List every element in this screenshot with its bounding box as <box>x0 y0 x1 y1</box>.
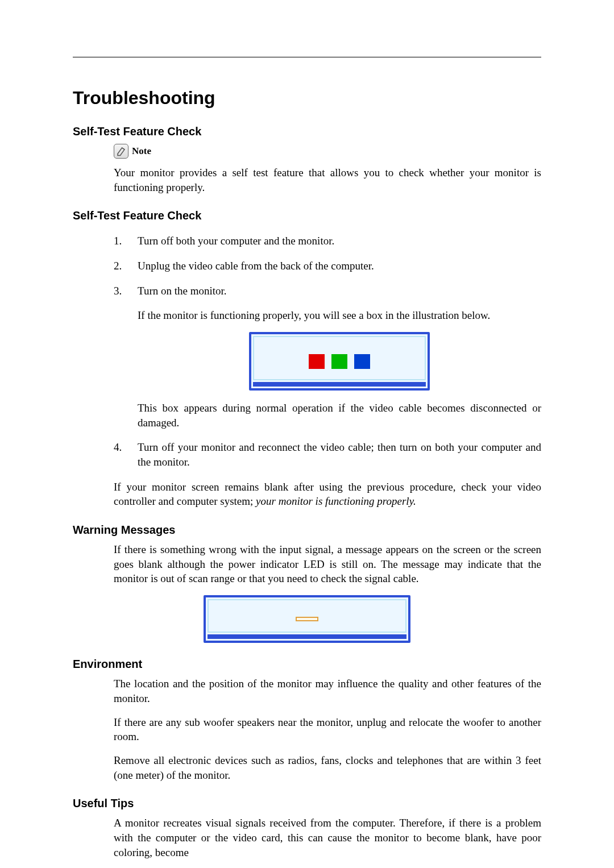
rgb-squares <box>259 354 420 369</box>
note-label: Note <box>132 145 151 158</box>
closing-italic: your monitor is functioning properly. <box>256 495 416 507</box>
step-3: Turn on the monitor. If the monitor is f… <box>114 284 541 430</box>
step-text: Turn on the monitor. <box>138 285 227 297</box>
step-after-text: This box appears during normal operation… <box>138 401 541 430</box>
blue-square <box>354 354 370 369</box>
tips-p1: A monitor recreates visual signals recei… <box>114 816 541 859</box>
warning-body: If there is something wrong with the inp… <box>114 542 541 586</box>
section-heading-useful-tips: Useful Tips <box>73 796 541 811</box>
step-4: Turn off your monitor and reconnect the … <box>114 440 541 469</box>
section-heading-self-test-1: Self-Test Feature Check <box>73 124 541 139</box>
env-p3: Remove all electronic devices such as ra… <box>114 753 541 782</box>
env-p1: The location and the position of the mon… <box>114 676 541 705</box>
top-divider <box>73 57 541 57</box>
osd-bottom-label <box>253 382 426 387</box>
step-text: Unplug the video cable from the back of … <box>138 260 374 272</box>
red-square <box>309 354 325 369</box>
step-text: Turn off your monitor and reconnect the … <box>138 441 541 468</box>
page-title: Troubleshooting <box>73 86 541 110</box>
note-body: Your monitor provides a self test featur… <box>114 165 541 194</box>
note-icon <box>114 144 128 159</box>
section-heading-environment: Environment <box>73 657 541 672</box>
section-heading-warning: Warning Messages <box>73 522 541 538</box>
osd2-bottom-label <box>208 634 406 639</box>
step-2: Unplug the video cable from the back of … <box>114 259 541 273</box>
env-p2: If there are any sub woofer speakers nea… <box>114 715 541 744</box>
step-1: Turn off both your computer and the moni… <box>114 234 541 248</box>
green-square <box>331 354 347 369</box>
osd2-help-button <box>296 617 318 621</box>
step-text: Turn off both your computer and the moni… <box>138 235 334 247</box>
step-sub-text: If the monitor is functioning properly, … <box>138 308 541 323</box>
osd-check-signal <box>249 332 430 391</box>
section-heading-self-test-2: Self-Test Feature Check <box>73 208 541 223</box>
self-test-steps: Turn off both your computer and the moni… <box>114 234 541 469</box>
osd-not-optimum <box>204 595 410 643</box>
closing-paragraph: If your monitor screen remains blank aft… <box>114 480 541 509</box>
